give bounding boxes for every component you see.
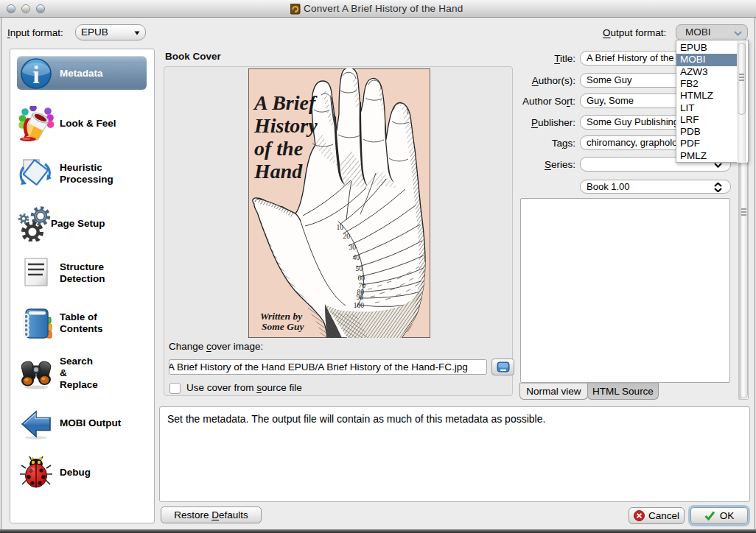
svg-text:i: i <box>32 61 39 88</box>
svg-text:90: 90 <box>357 294 364 301</box>
svg-text:History: History <box>253 114 318 137</box>
svg-text:100: 100 <box>354 302 365 309</box>
svg-text:Hand: Hand <box>253 160 303 183</box>
svg-text:10: 10 <box>337 224 344 231</box>
svg-text:A Brief: A Brief <box>253 91 318 114</box>
svg-text:50: 50 <box>356 265 363 272</box>
svg-text:Written by: Written by <box>260 311 303 322</box>
svg-text:Some Guy: Some Guy <box>262 321 304 332</box>
svg-text:20: 20 <box>343 233 351 240</box>
svg-text:60: 60 <box>358 275 365 282</box>
svg-text:30: 30 <box>349 244 357 251</box>
svg-text:40: 40 <box>353 254 360 261</box>
svg-text:of the: of the <box>254 137 303 160</box>
